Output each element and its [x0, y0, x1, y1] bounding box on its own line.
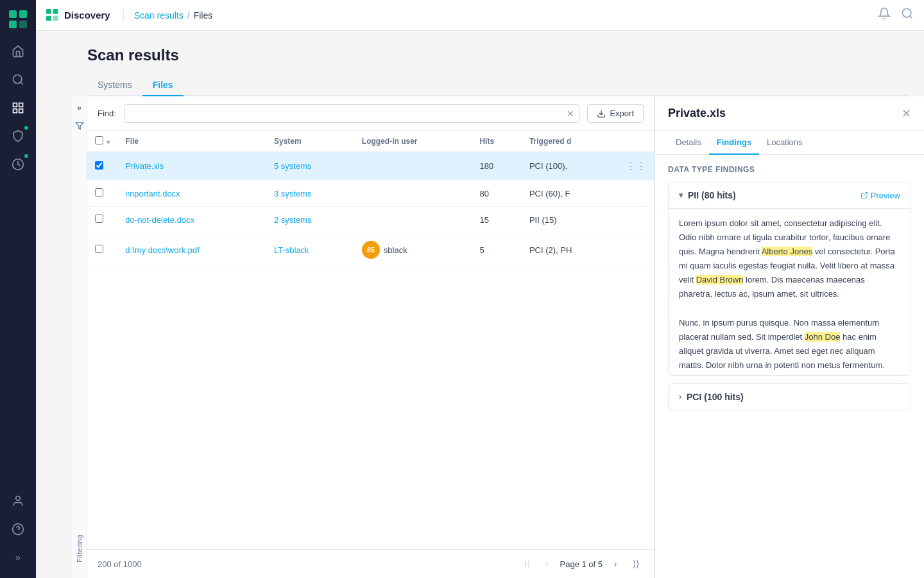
select-all-checkbox[interactable]: [95, 136, 103, 144]
table-row[interactable]: Private.xls 5 systems 180 PCI (100), ⋮⋮: [87, 152, 654, 180]
find-input[interactable]: [124, 104, 580, 123]
sidebar-item-shield[interactable]: [5, 123, 31, 149]
svg-rect-3: [19, 21, 27, 28]
file-link[interactable]: do-not-delete.docx: [125, 215, 194, 225]
svg-rect-0: [9, 10, 17, 18]
td-file[interactable]: do-not-delete.docx: [117, 207, 266, 233]
sidebar-item-help[interactable]: [5, 516, 31, 542]
user-badge: 85 sblack: [362, 241, 407, 259]
td-checkbox[interactable]: [87, 180, 117, 207]
svg-rect-8: [13, 109, 17, 113]
svg-line-5: [21, 82, 23, 85]
system-link[interactable]: 3 systems: [274, 189, 312, 198]
tab-systems[interactable]: Systems: [87, 74, 142, 96]
export-button[interactable]: Export: [587, 104, 644, 123]
file-link[interactable]: Private.xls: [125, 161, 164, 171]
tab-files[interactable]: Files: [142, 74, 184, 96]
sidebar-item-search[interactable]: [5, 67, 31, 92]
svg-point-18: [903, 9, 911, 17]
preview-link[interactable]: Preview: [860, 191, 900, 200]
td-drag: ⋮⋮: [618, 152, 654, 180]
td-user: [354, 207, 472, 233]
sidebar-item-clock[interactable]: [5, 152, 31, 177]
data-type-heading: Data type findings: [668, 165, 911, 174]
detail-tab-locations[interactable]: Locations: [759, 131, 810, 155]
table-panel: Find: ✕ Export ▾: [87, 96, 654, 578]
toolbar: Find: ✕ Export: [87, 96, 654, 131]
td-triggered: PCI (2), PH: [522, 233, 618, 267]
sidebar-item-user[interactable]: [5, 488, 31, 514]
breadcrumb-separator: /: [187, 10, 190, 21]
svg-rect-7: [19, 103, 23, 107]
avatar: 85: [362, 241, 380, 259]
sidebar-item-home[interactable]: [5, 39, 31, 64]
page-last-btn[interactable]: ⟩⟩: [628, 556, 644, 572]
search-icon[interactable]: [901, 7, 914, 23]
find-clear-icon[interactable]: ✕: [567, 109, 574, 119]
table-row[interactable]: important.docx 3 systems 80 PCI (60), F: [87, 180, 654, 207]
highlight-david-brown: David Brown: [696, 275, 744, 285]
drag-icon[interactable]: ⋮⋮: [626, 161, 646, 171]
td-system[interactable]: 5 systems: [266, 152, 354, 180]
breadcrumb: Scan results / Files: [134, 10, 213, 21]
page-info: Page 1 of 5: [560, 559, 603, 569]
detail-title: Private.xls: [668, 107, 726, 120]
td-file[interactable]: Private.xls: [117, 152, 266, 180]
file-link[interactable]: important.docx: [125, 189, 180, 198]
sidebar-item-discovery[interactable]: [5, 95, 31, 121]
page-first-btn[interactable]: ⟨⟨: [519, 556, 535, 572]
detail-tab-details[interactable]: Details: [668, 131, 709, 155]
sidebar-item-expand[interactable]: »: [5, 545, 31, 570]
system-link[interactable]: LT-sblack: [274, 245, 309, 255]
page-header: Scan results Systems Files: [72, 31, 924, 96]
detail-tab-findings[interactable]: Findings: [709, 131, 759, 155]
pci-section-header[interactable]: › PCI (100 hits): [669, 384, 911, 410]
page-prev-btn[interactable]: ‹: [540, 556, 555, 572]
td-triggered: PCI (60), F: [522, 180, 618, 207]
pci-finding-section: › PCI (100 hits): [668, 383, 911, 410]
notification-icon[interactable]: [878, 7, 891, 23]
table-footer: 200 of 1000 ⟨⟨ ‹ Page 1 of 5 › ⟩⟩: [87, 549, 654, 578]
td-file[interactable]: d:\my docs\work.pdf: [117, 233, 266, 267]
svg-rect-17: [53, 15, 58, 21]
th-triggered: Triggered d: [522, 131, 618, 152]
td-system[interactable]: 3 systems: [266, 180, 354, 207]
filter-icon[interactable]: [73, 119, 86, 132]
page-next-btn[interactable]: ›: [608, 556, 623, 572]
svg-rect-14: [46, 9, 51, 14]
td-checkbox[interactable]: [87, 152, 117, 180]
td-system[interactable]: LT-sblack: [266, 233, 354, 267]
td-hits: 5: [472, 233, 521, 267]
td-checkbox[interactable]: [87, 207, 117, 233]
row-checkbox[interactable]: [95, 161, 103, 170]
svg-line-22: [864, 193, 868, 197]
pci-title-text: PCI (100 hits): [687, 392, 744, 402]
table-row[interactable]: d:\my docs\work.pdf LT-sblack 85 sblack: [87, 233, 654, 267]
td-checkbox[interactable]: [87, 233, 117, 267]
row-checkbox[interactable]: [95, 188, 103, 197]
td-system[interactable]: 2 systems: [266, 207, 354, 233]
breadcrumb-link[interactable]: Scan results: [134, 10, 184, 21]
export-label: Export: [610, 109, 634, 118]
td-drag: [618, 207, 654, 233]
system-link[interactable]: 2 systems: [274, 215, 312, 225]
th-hits: Hits: [472, 131, 521, 152]
page-title: Scan results: [87, 46, 909, 64]
table-row[interactable]: do-not-delete.docx 2 systems 15 PII (15): [87, 207, 654, 233]
filtering-label: Filtering: [76, 534, 83, 563]
svg-rect-2: [9, 21, 17, 28]
username: sblack: [384, 245, 407, 255]
svg-line-19: [910, 16, 912, 19]
filter-toggle-btn[interactable]: »: [73, 101, 86, 114]
tabs-bar: Systems Files: [87, 74, 909, 96]
highlight-alberto-jones: Alberto Jones: [762, 247, 813, 256]
system-link[interactable]: 5 systems: [274, 161, 312, 171]
svg-rect-6: [13, 103, 17, 107]
detail-close-button[interactable]: ✕: [902, 108, 911, 119]
file-link[interactable]: d:\my docs\work.pdf: [125, 245, 200, 255]
pii-section-header[interactable]: ▾ PII (80 hits) Preview: [669, 182, 911, 208]
th-system: System: [266, 131, 354, 152]
row-checkbox[interactable]: [95, 215, 103, 223]
td-file[interactable]: important.docx: [117, 180, 266, 207]
row-checkbox[interactable]: [95, 245, 103, 253]
